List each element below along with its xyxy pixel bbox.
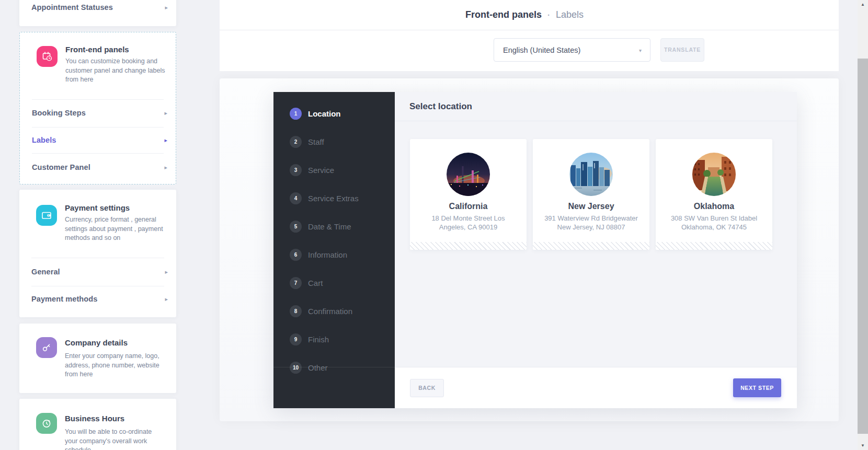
card-description: Enter your company name, logo, address, … — [65, 352, 165, 379]
location-address: 308 SW Van Buren St Idabel Oklahoma, OK … — [666, 214, 762, 232]
settings-card-business-hours[interactable]: Business Hours You will be able to co-or… — [19, 399, 176, 450]
location-name: California — [410, 202, 527, 211]
back-button[interactable]: BACK — [410, 379, 444, 397]
breadcrumb-parent[interactable]: Front-end panels — [465, 9, 542, 20]
wallet-icon — [36, 205, 57, 226]
sidebar-item-labels[interactable]: Labels ▸ — [20, 133, 176, 147]
sidebar-item-customer-panel[interactable]: Customer Panel ▸ — [20, 160, 176, 175]
step-label: Service Extras — [308, 194, 359, 203]
sidebar-item-booking-steps[interactable]: Booking Steps ▸ — [20, 106, 176, 120]
chevron-right-icon: ▸ — [165, 296, 168, 303]
breadcrumb: Front-end panels · Labels — [465, 0, 584, 30]
divider — [273, 367, 395, 367]
step-number-badge: 5 — [290, 221, 302, 233]
sidebar-item-payment-methods[interactable]: Payment methods ▸ — [19, 292, 176, 306]
divider — [31, 258, 164, 258]
scroll-down-icon[interactable]: ▼ — [858, 441, 868, 450]
scrollbar[interactable]: ▲ ▼ — [858, 0, 868, 450]
card-hatch-decoration — [533, 242, 649, 250]
location-card-new-jersey[interactable]: New Jersey 391 Waterview Rd Bridgewater … — [533, 139, 649, 250]
scroll-up-icon[interactable]: ▲ — [858, 0, 868, 9]
caret-down-icon: ▾ — [639, 47, 642, 53]
step-label: Finish — [308, 335, 329, 344]
step-label: Service — [308, 166, 334, 175]
divider — [32, 127, 164, 128]
step-number-badge: 10 — [290, 362, 302, 374]
settings-card-company-details[interactable]: Company details Enter your company name,… — [19, 324, 176, 393]
card-description: You will be able to co-ordinate your com… — [65, 428, 165, 450]
divider — [32, 99, 164, 100]
step-item-staff[interactable]: 2 Staff — [290, 136, 324, 148]
step-item-information[interactable]: 6 Information — [290, 249, 347, 261]
chevron-right-icon: ▸ — [164, 137, 167, 144]
step-number-badge: 8 — [290, 305, 302, 317]
step-content-section: Select location — [395, 92, 797, 408]
sidebar-item-general[interactable]: General ▸ — [19, 264, 176, 279]
step-label: Confirmation — [308, 307, 352, 316]
calendar-clock-icon — [37, 46, 58, 67]
settings-card-frontend-panels[interactable]: Front-end panels You can customize booki… — [19, 32, 176, 184]
location-name: Oklahoma — [656, 202, 772, 211]
step-label: Location — [308, 109, 341, 118]
step-number-badge: 1 — [290, 108, 302, 120]
booking-panel-preview: 1 Location 2 Staff 3 Service 4 Service E… — [273, 92, 797, 408]
key-link-icon — [36, 337, 57, 358]
card-title: Business Hours — [65, 414, 124, 423]
breadcrumb-separator-icon: · — [547, 10, 550, 19]
settings-page: Appointment Statuses ▸ Front-end panels … — [0, 0, 868, 450]
step-label: Other — [308, 363, 328, 372]
settings-card-appointment-statuses: Appointment Statuses ▸ — [19, 0, 176, 26]
step-number-badge: 3 — [290, 164, 302, 176]
main-header: Front-end panels · Labels English (Unite… — [220, 0, 839, 71]
card-hatch-decoration — [410, 242, 527, 250]
divider — [32, 153, 164, 154]
step-label: Cart — [308, 279, 323, 287]
location-photo-oklahoma — [692, 153, 736, 196]
step-item-cart[interactable]: 7 Cart — [290, 277, 323, 289]
card-title: Company details — [65, 338, 128, 347]
step-item-service[interactable]: 3 Service — [290, 164, 334, 176]
settings-card-payment-settings[interactable]: Payment settings Currency, price format … — [19, 190, 176, 317]
step-number-badge: 9 — [290, 333, 302, 345]
chevron-right-icon: ▸ — [164, 110, 167, 117]
chevron-right-icon: ▸ — [164, 164, 167, 171]
step-item-service-extras[interactable]: 4 Service Extras — [290, 192, 359, 204]
section-content: California 18 Del Monte Street Los Angel… — [395, 121, 797, 367]
step-label: Information — [308, 250, 347, 259]
location-address: 391 Waterview Rd Bridgewater New Jersey,… — [543, 214, 639, 232]
location-photo-california — [447, 153, 490, 196]
scrollbar-thumb[interactable] — [858, 59, 868, 434]
panel-footer: BACK NEXT STEP — [395, 367, 797, 408]
card-hatch-decoration — [656, 242, 772, 250]
translate-button[interactable]: TRANSLATE — [660, 38, 704, 62]
step-item-date-time[interactable]: 5 Date & Time — [290, 221, 351, 233]
sidebar-item-label: Customer Panel — [32, 163, 90, 171]
next-step-button[interactable]: NEXT STEP — [733, 378, 781, 397]
sidebar-item-label: Payment methods — [31, 295, 97, 303]
clock-icon — [36, 413, 57, 434]
card-description: Currency, price format , general setting… — [65, 215, 165, 243]
step-item-location[interactable]: 1 Location — [290, 108, 341, 120]
location-address: 18 Del Monte Street Los Angeles, CA 9001… — [420, 214, 517, 232]
step-label: Date & Time — [308, 222, 351, 231]
chevron-right-icon: ▸ — [165, 4, 168, 11]
sidebar-item-label: General — [31, 268, 60, 276]
location-card-oklahoma[interactable]: Oklahoma 308 SW Van Buren St Idabel Okla… — [656, 139, 772, 250]
section-title: Select location — [409, 92, 472, 121]
step-number-badge: 6 — [290, 249, 302, 261]
step-item-confirmation[interactable]: 8 Confirmation — [290, 305, 352, 317]
location-photo-new-jersey — [569, 153, 613, 196]
sidebar-item-label: Labels — [32, 136, 56, 144]
breadcrumb-current: Labels — [556, 9, 584, 20]
card-title: Payment settings — [65, 203, 130, 212]
sidebar-item-label: Appointment Statuses — [31, 3, 113, 11]
language-select[interactable]: English (United States) ▾ — [494, 38, 650, 62]
step-item-other[interactable]: 10 Other — [290, 362, 328, 374]
sidebar-item-appointment-statuses[interactable]: Appointment Statuses ▸ — [19, 0, 176, 15]
step-item-finish[interactable]: 9 Finish — [290, 333, 329, 345]
location-card-california[interactable]: California 18 Del Monte Street Los Angel… — [410, 139, 527, 250]
card-title: Front-end panels — [65, 45, 129, 54]
divider — [220, 30, 839, 30]
card-description: You can customize booking and customer p… — [65, 57, 166, 85]
location-card-list: California 18 Del Monte Street Los Angel… — [410, 139, 772, 250]
